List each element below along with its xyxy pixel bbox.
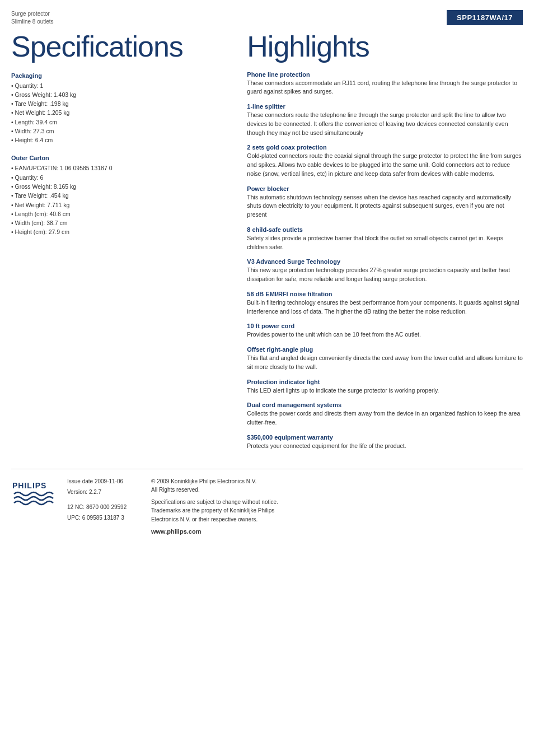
outer-carton-title: Outer Carton <box>11 155 230 161</box>
list-item: Gross Weight: 1.403 kg <box>11 90 230 99</box>
highlight-item-text: This automatic shutdown technology sense… <box>247 193 523 220</box>
version-value: 2.2.7 <box>89 489 101 495</box>
list-item: Net Weight: 1.205 kg <box>11 108 230 117</box>
nc-label: 12 NC: <box>67 504 85 510</box>
highlight-item-text: This flat and angled design conveniently… <box>247 354 523 372</box>
highlight-item-title: Dual cord management systems <box>247 402 523 408</box>
highlight-item-text: Built-in filtering technology ensures th… <box>247 298 523 316</box>
list-item: Tare Weight: .198 kg <box>11 99 230 108</box>
nc-row: 12 NC: 8670 000 29592 <box>67 503 140 511</box>
svg-text:PHILIPS: PHILIPS <box>12 481 46 490</box>
packaging-title: Packaging <box>11 72 230 79</box>
nc-value: 8670 000 29592 <box>86 504 127 510</box>
highlight-item-text: Provides power to the unit which can be … <box>247 330 523 339</box>
highlight-item-text: Safety slides provide a protective barri… <box>247 234 523 252</box>
highlight-item: 10 ft power cordProvides power to the un… <box>247 323 523 339</box>
issue-date-row: Issue date 2009-11-06 <box>67 477 140 486</box>
product-code: SPP1187WA/17 <box>447 10 523 25</box>
specifications-title: Specifications <box>11 31 230 62</box>
page: Surge protector Slimline 8 outlets SPP11… <box>0 0 534 756</box>
highlight-item-title: Protection indicator light <box>247 379 523 385</box>
list-item: Length: 39.4 cm <box>11 118 230 127</box>
list-item: Length (cm): 40.6 cm <box>11 209 230 218</box>
highlight-item: Offset right-angle plugThis flat and ang… <box>247 346 523 372</box>
highlight-item: Dual cord management systemsCollects the… <box>247 402 523 427</box>
version-row: Version: 2.2.7 <box>67 488 140 496</box>
highlights-list: Phone line protectionThese connectors ac… <box>247 71 523 451</box>
list-item: Gross Weight: 8.165 kg <box>11 182 230 191</box>
list-item: Tare Weight: .454 kg <box>11 191 230 200</box>
header: Surge protector Slimline 8 outlets SPP11… <box>0 0 534 26</box>
upc-label: UPC: <box>67 515 81 521</box>
highlight-item-title: 1-line splitter <box>247 103 523 110</box>
product-type: Surge protector <box>11 10 54 18</box>
outer-carton-list: EAN/UPC/GTIN: 1 06 09585 13187 0Quantity… <box>11 164 230 236</box>
upc-value: 6 09585 13187 3 <box>82 515 124 521</box>
highlight-item: 2 sets gold coax protectionGold-plated c… <box>247 144 523 178</box>
highlight-item-title: 58 dB EMI/RFI noise filtration <box>247 291 523 297</box>
highlight-item: Power blockerThis automatic shutdown tec… <box>247 185 523 220</box>
highlight-item-text: This new surge protection technology pro… <box>247 266 523 284</box>
highlight-item-text: Collects the power cords and directs the… <box>247 409 523 427</box>
highlight-item: 8 child-safe outletsSafety slides provid… <box>247 226 523 252</box>
left-column: Specifications Packaging Quantity: 1Gros… <box>11 26 241 458</box>
version-label: Version: <box>67 489 87 495</box>
highlight-item-text: These connectors accommodate an RJ11 cor… <box>247 79 523 97</box>
list-item: Width (cm): 38.7 cm <box>11 218 230 227</box>
main-content: Specifications Packaging Quantity: 1Gros… <box>0 26 534 458</box>
list-item: Quantity: 6 <box>11 173 230 182</box>
list-item: EAN/UPC/GTIN: 1 06 09585 13187 0 <box>11 164 230 172</box>
footer-meta: Issue date 2009-11-06 Version: 2.2.7 12 … <box>67 477 140 522</box>
highlight-item-title: 8 child-safe outlets <box>247 226 523 233</box>
highlight-item-title: Power blocker <box>247 185 523 192</box>
upc-row: UPC: 6 09585 13187 3 <box>67 514 140 522</box>
highlight-item: 1-line splitterThese connectors route th… <box>247 103 523 137</box>
philips-logo: PHILIPS <box>11 477 56 512</box>
product-subtype: Slimline 8 outlets <box>11 18 54 26</box>
highlights-title: Highlights <box>247 31 523 62</box>
footer: PHILIPS Issue date 2009-11-06 Version: 2… <box>11 469 523 537</box>
header-product-info: Surge protector Slimline 8 outlets <box>11 10 54 26</box>
highlight-item: V3 Advanced Surge TechnologyThis new sur… <box>247 258 523 284</box>
list-item: Net Weight: 7.711 kg <box>11 200 230 209</box>
copyright-text: © 2009 Koninklijke Philips Electronics N… <box>151 477 523 494</box>
highlight-item-title: V3 Advanced Surge Technology <box>247 258 523 265</box>
highlight-item-text: Gold-plated connectors route the coaxial… <box>247 152 523 178</box>
list-item: Quantity: 1 <box>11 81 230 90</box>
right-column: Highlights Phone line protectionThese co… <box>241 26 523 458</box>
issue-date-value: 2009-11-06 <box>95 478 123 484</box>
highlight-item-text: This LED alert lights up to indicate the… <box>247 386 523 395</box>
highlight-item: 58 dB EMI/RFI noise filtrationBuilt-in f… <box>247 291 523 316</box>
packaging-section: Packaging Quantity: 1Gross Weight: 1.403… <box>11 72 230 145</box>
list-item: Width: 27.3 cm <box>11 127 230 136</box>
website: www.philips.com <box>151 527 523 536</box>
highlight-item: Protection indicator lightThis LED alert… <box>247 379 523 395</box>
highlight-item-title: Offset right-angle plug <box>247 346 523 353</box>
highlight-item-title: Phone line protection <box>247 71 523 78</box>
highlight-item: Phone line protectionThese connectors ac… <box>247 71 523 97</box>
packaging-list: Quantity: 1Gross Weight: 1.403 kgTare We… <box>11 81 230 145</box>
highlight-item-title: 10 ft power cord <box>247 323 523 329</box>
highlight-item-title: $350,000 equipment warranty <box>247 434 523 441</box>
list-item: Height: 6.4 cm <box>11 136 230 144</box>
outer-carton-section: Outer Carton EAN/UPC/GTIN: 1 06 09585 13… <box>11 155 230 236</box>
highlight-item-text: Protects your connected equipment for th… <box>247 442 523 451</box>
highlight-item-title: 2 sets gold coax protection <box>247 144 523 151</box>
footer-legal: © 2009 Koninklijke Philips Electronics N… <box>151 477 523 537</box>
highlight-item: $350,000 equipment warrantyProtects your… <box>247 434 523 451</box>
highlight-item-text: These connectors route the telephone lin… <box>247 111 523 137</box>
list-item: Height (cm): 27.9 cm <box>11 227 230 236</box>
issue-date-label: Issue date <box>67 478 93 484</box>
legal-text: Specifications are subject to change wit… <box>151 498 523 524</box>
